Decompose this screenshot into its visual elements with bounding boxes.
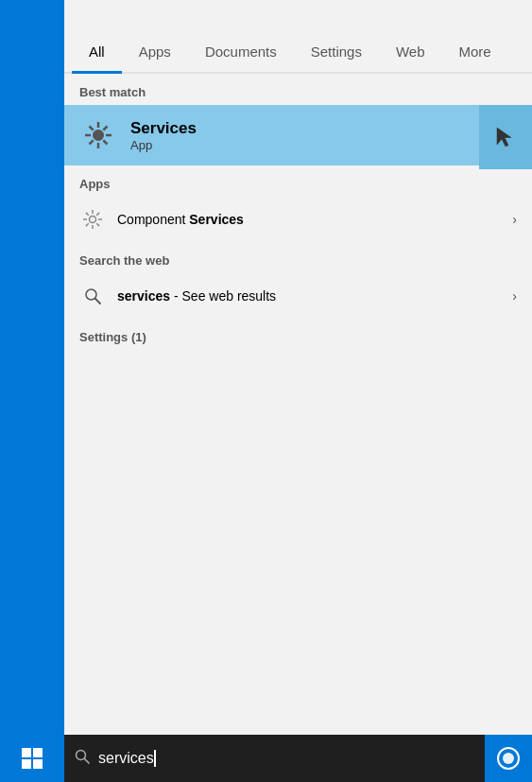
settings-section-header: Settings (1): [64, 319, 532, 350]
web-search-label: services - See web results: [117, 288, 512, 304]
tab-apps[interactable]: Apps: [122, 30, 188, 72]
apps-section-header: Apps: [64, 165, 532, 197]
component-services-label: Component Services: [117, 212, 512, 227]
tab-settings[interactable]: Settings: [294, 30, 379, 72]
svg-point-11: [90, 217, 96, 223]
svg-line-6: [103, 140, 107, 144]
list-item-component-services[interactable]: Component Services ›: [64, 197, 532, 242]
svg-line-17: [96, 223, 99, 226]
svg-line-5: [90, 127, 94, 130]
search-bar: services: [0, 735, 532, 782]
svg-rect-24: [22, 759, 31, 769]
svg-line-8: [90, 140, 94, 144]
search-query: services: [98, 750, 154, 767]
tab-bar: All Apps Documents Settings Web More: [64, 0, 532, 74]
web-search-icon: [79, 283, 106, 309]
svg-rect-22: [22, 748, 31, 757]
web-search-chevron: ›: [512, 288, 517, 304]
tab-documents[interactable]: Documents: [188, 30, 294, 72]
component-services-icon: [79, 206, 106, 233]
svg-line-18: [96, 213, 99, 216]
best-match-arrow[interactable]: [479, 105, 532, 169]
search-web-header: Search the web: [64, 242, 532, 273]
search-cursor: [154, 750, 156, 767]
best-match-header: Best match: [64, 74, 532, 105]
svg-line-21: [95, 299, 100, 304]
main-panel: All Apps Documents Settings Web More Bes…: [64, 0, 532, 782]
svg-line-27: [85, 759, 90, 764]
svg-line-19: [86, 223, 89, 226]
search-icon: [74, 748, 91, 769]
search-results: Best match: [64, 74, 532, 782]
svg-rect-23: [33, 748, 43, 757]
svg-rect-25: [33, 759, 43, 769]
svg-line-7: [103, 127, 107, 130]
svg-point-20: [86, 289, 96, 300]
windows-button[interactable]: [0, 735, 64, 782]
svg-line-16: [86, 213, 89, 216]
svg-marker-10: [497, 128, 511, 147]
search-box[interactable]: services: [64, 735, 485, 782]
svg-point-29: [503, 753, 514, 764]
tab-more[interactable]: More: [442, 30, 508, 72]
services-icon: [79, 116, 117, 154]
left-sidebar: [0, 0, 64, 782]
list-item-web-search[interactable]: services - See web results ›: [64, 273, 532, 319]
cortana-button[interactable]: [485, 735, 532, 782]
best-match-type: App: [130, 138, 517, 152]
best-match-name: Services: [130, 119, 517, 138]
tab-all[interactable]: All: [72, 30, 122, 72]
component-services-chevron: ›: [512, 212, 517, 227]
best-match-item-services[interactable]: Services App: [64, 105, 532, 165]
tab-web[interactable]: Web: [379, 30, 442, 72]
